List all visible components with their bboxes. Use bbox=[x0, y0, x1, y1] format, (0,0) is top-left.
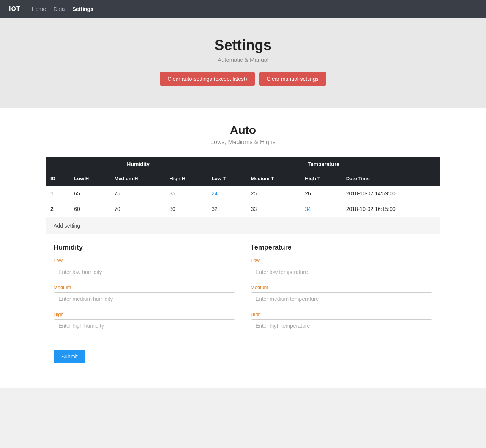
clear-manual-settings-button[interactable]: Clear manual-settings bbox=[259, 72, 326, 86]
temperature-high-label: High bbox=[251, 311, 432, 317]
table-cell: 2 bbox=[46, 201, 69, 217]
temperature-form-title: Temperature bbox=[251, 244, 432, 252]
table-row: 26070803233342018-10-02 16:15:00 bbox=[46, 201, 440, 217]
submit-btn-row: Submit bbox=[46, 350, 440, 373]
humidity-medium-input[interactable] bbox=[54, 292, 235, 305]
nav-link-settings[interactable]: Settings bbox=[73, 6, 93, 12]
table-cell: 1 bbox=[46, 186, 69, 201]
humidity-high-input[interactable] bbox=[54, 319, 235, 332]
humidity-low-field: Low bbox=[54, 258, 235, 278]
navbar: IOT Home Data Settings bbox=[0, 0, 486, 18]
temperature-low-label: Low bbox=[251, 258, 432, 263]
humidity-group-header: Humidity bbox=[69, 157, 207, 171]
temperature-high-input[interactable] bbox=[251, 319, 432, 332]
table-cell: 2018-10-02 14:59:00 bbox=[342, 186, 440, 201]
header-section: Settings Automatic & Manual Clear auto-s… bbox=[0, 18, 486, 108]
header-buttons: Clear auto-settings (except latest) Clea… bbox=[8, 72, 478, 86]
col-id: ID bbox=[46, 171, 69, 186]
temperature-low-input[interactable] bbox=[251, 266, 432, 278]
col-medium-t: Medium T bbox=[246, 171, 301, 186]
nav-brand: IOT bbox=[9, 6, 21, 13]
table-cell: 32 bbox=[207, 201, 246, 217]
table-cell: 60 bbox=[69, 201, 110, 217]
add-setting-body: Humidity Low Medium High Temperature bbox=[46, 234, 440, 350]
table-body: 16575852425262018-10-02 14:59:0026070803… bbox=[46, 186, 440, 217]
id-spacer bbox=[46, 157, 69, 171]
table-cell: 2018-10-02 16:15:00 bbox=[342, 201, 440, 217]
humidity-low-label: Low bbox=[54, 258, 235, 263]
temperature-medium-label: Medium bbox=[251, 285, 432, 290]
humidity-high-label: High bbox=[54, 311, 235, 317]
table-cell: 33 bbox=[246, 201, 301, 217]
humidity-form-title: Humidity bbox=[54, 244, 235, 252]
temperature-form-col: Temperature Low Medium High bbox=[251, 244, 432, 338]
nav-link-home[interactable]: Home bbox=[32, 6, 46, 12]
humidity-high-field: High bbox=[54, 311, 235, 332]
table-cell: 70 bbox=[110, 201, 165, 217]
table-cell: 75 bbox=[110, 186, 165, 201]
col-low-t: Low T bbox=[207, 171, 246, 186]
temperature-low-field: Low bbox=[251, 258, 432, 278]
col-high-t: High T bbox=[300, 171, 341, 186]
temperature-medium-input[interactable] bbox=[251, 292, 432, 305]
submit-button[interactable]: Submit bbox=[54, 350, 85, 363]
temperature-medium-field: Medium bbox=[251, 285, 432, 305]
auto-section-title: Auto bbox=[8, 124, 478, 137]
humidity-form-col: Humidity Low Medium High bbox=[54, 244, 235, 338]
temperature-high-field: High bbox=[251, 311, 432, 332]
temperature-group-header: Temperature bbox=[207, 157, 440, 171]
humidity-medium-field: Medium bbox=[54, 285, 235, 305]
table-row: 16575852425262018-10-02 14:59:00 bbox=[46, 186, 440, 201]
table-cell-link[interactable]: 24 bbox=[207, 186, 246, 201]
auto-section-subtitle: Lows, Mediums & Highs bbox=[8, 139, 478, 146]
page-subtitle: Automatic & Manual bbox=[8, 57, 478, 63]
nav-link-data[interactable]: Data bbox=[54, 6, 65, 12]
humidity-medium-label: Medium bbox=[54, 285, 235, 290]
humidity-low-input[interactable] bbox=[54, 266, 235, 278]
table-cell: 85 bbox=[165, 186, 207, 201]
auto-table-wrapper: Humidity Temperature ID Low H Medium H H… bbox=[46, 157, 440, 217]
col-medium-h: Medium H bbox=[110, 171, 165, 186]
table-cell: 25 bbox=[246, 186, 301, 201]
add-setting-header: Add setting bbox=[46, 217, 440, 234]
table-cell: 26 bbox=[300, 186, 341, 201]
col-datetime: Date Time bbox=[342, 171, 440, 186]
table-cell-link[interactable]: 34 bbox=[300, 201, 341, 217]
col-high-h: High H bbox=[165, 171, 207, 186]
table-group-header-row: Humidity Temperature bbox=[46, 157, 440, 171]
table-cell: 65 bbox=[69, 186, 110, 201]
main-content: Auto Lows, Mediums & Highs Humidity Temp… bbox=[0, 108, 486, 388]
page-title: Settings bbox=[8, 37, 478, 53]
clear-auto-settings-button[interactable]: Clear auto-settings (except latest) bbox=[160, 72, 254, 86]
auto-table: Humidity Temperature ID Low H Medium H H… bbox=[46, 157, 440, 217]
table-cell: 80 bbox=[165, 201, 207, 217]
add-setting-wrapper: Add setting Humidity Low Medium High bbox=[46, 217, 440, 373]
table-col-header-row: ID Low H Medium H High H Low T Medium T … bbox=[46, 171, 440, 186]
col-low-h: Low H bbox=[69, 171, 110, 186]
